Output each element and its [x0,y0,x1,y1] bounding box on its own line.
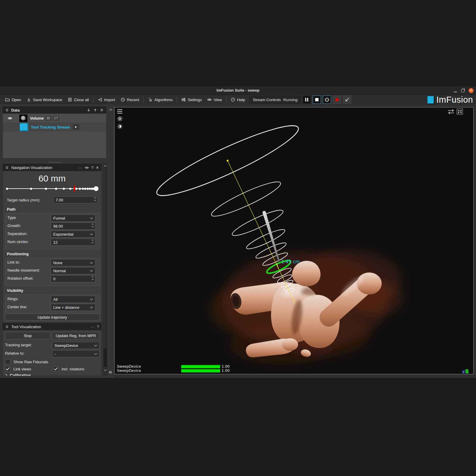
scrollbar-thumb[interactable] [104,348,107,367]
num-circles-spinbox[interactable]: 12 [51,239,95,246]
help-icon: ? [231,97,235,102]
algorithms-button[interactable]: Algorithms [145,96,175,104]
spinner-arrows[interactable] [91,276,94,280]
visibility-eye-icon[interactable] [7,116,12,121]
toolbar-separator [177,96,177,103]
swap-views-icon[interactable] [447,109,455,115]
center-line-dropdown[interactable]: Line + distance [51,304,95,311]
open-button[interactable]: Open [2,96,24,104]
toolbar-separator [93,96,93,103]
record-button[interactable] [333,95,341,104]
stream-controls: Stream Controls Running [250,96,301,104]
eye-icon [207,97,212,102]
pause-button[interactable] [303,95,311,104]
calibration-section-header[interactable]: Calibration [5,373,31,376]
tool-visualization-panel: Tool Visualization ··· ? Stop Update Reg… [2,323,102,376]
link-to-dropdown[interactable]: None [51,259,95,266]
update-trajectory-button[interactable]: Update trajectory [5,314,100,321]
relative-to-label: Relative to: [5,351,24,356]
center-line-label: Center line: [7,305,27,309]
panel-help-icon[interactable]: ? [91,166,93,170]
stop-button[interactable]: Stop [5,332,50,339]
dock-scrollbar[interactable] [103,164,107,375]
view-button[interactable]: View [204,96,225,104]
update-reg-button[interactable]: Update Reg. from MPR [52,332,100,339]
needle-movement-dropdown[interactable]: Normal [51,267,95,274]
viewport-menu-icon[interactable] [117,109,123,114]
nav-panel-header[interactable]: Navigation Visualization ··· ? ✕ [3,164,101,171]
chevron-down-icon [94,353,97,355]
import-icon [98,97,102,102]
distance-slider[interactable] [3,185,102,192]
screen: ImFusion Suite - sweep ✕ Open Save Works… [0,0,476,476]
target-radius-row: Target radius (mm): [7,196,40,204]
move-down-icon[interactable] [87,108,91,112]
stream-progress-bar [181,365,220,369]
growth-spinbox[interactable]: 98.00 [51,223,95,230]
data-item-volume[interactable]: Volume 3D CT [3,114,106,123]
save-workspace-button[interactable]: Save Workspace [24,96,65,104]
power-button[interactable] [323,95,331,104]
spinner-arrows[interactable] [91,223,94,227]
collapse-dock-button[interactable]: « [109,369,112,375]
tool-panel-header[interactable]: Tool Visualization ··· ? [3,323,101,330]
viewport-3d[interactable]: 1.45 cm SweepDevice 1.00 SweepDevice [114,107,474,374]
recent-button[interactable]: Recent [118,96,142,104]
resize-button[interactable] [343,95,351,104]
play-button[interactable] [72,124,79,130]
fullscreen-button[interactable] [457,109,463,115]
panel-close-icon[interactable]: ✕ [96,166,99,170]
link-views-checkbox[interactable] [5,366,10,372]
show-raw-fiducials-checkbox[interactable] [5,359,10,364]
data-panel-header[interactable]: Data [3,107,106,114]
stream-thumbnail [20,123,28,131]
close-button[interactable]: ✕ [469,88,474,93]
maximize-button[interactable] [461,89,464,92]
dock-collapse-strip: « [109,107,113,375]
strip-up-icon[interactable] [109,109,112,111]
badge-ct: CT [53,116,59,120]
spinner-arrows[interactable] [91,239,94,243]
data-item-tool-tracking-stream[interactable]: Tool Tracking Stream [3,123,106,131]
brightness-contrast-icon[interactable] [117,123,123,130]
import-button[interactable]: Import [95,96,118,104]
help-button[interactable]: ? Help [228,96,248,104]
panel-help-icon[interactable]: ? [97,325,99,329]
rings-dropdown[interactable]: All [51,296,95,303]
collapse-chevrons-icon [5,325,9,329]
incl-rotations-checkbox[interactable] [53,366,59,372]
scroll-up-icon[interactable] [104,165,107,167]
panel-eye-icon[interactable] [84,165,89,170]
funnel-ring [245,227,286,252]
spinner-arrows[interactable] [94,197,96,201]
panel-menu-icon[interactable]: ··· [78,166,82,170]
stop-stream-button[interactable] [313,95,321,104]
target-radius-spinbox[interactable]: 7.00 [53,196,98,203]
chevron-down-icon [90,217,93,219]
slider-dot [69,188,71,190]
slider-dot [55,188,57,190]
slider-dot [6,188,8,190]
close-all-button[interactable]: Close all [65,96,92,104]
gear-icon[interactable] [100,108,104,112]
settings-button[interactable]: Settings [178,96,204,104]
data-panel-title: Data [11,108,20,112]
viewport-settings-icon[interactable] [117,116,123,122]
slider-current-marker[interactable] [74,186,75,192]
scroll-down-icon[interactable] [104,369,107,371]
path-section-title: Path [7,207,15,212]
rotation-offset-spinbox[interactable]: 0 [51,275,95,282]
relative-to-dropdown[interactable]: - [52,350,100,357]
slider-dot [75,188,77,190]
minimize-button[interactable] [454,92,457,92]
slider-end-handle[interactable] [94,186,98,191]
tracked-needle [263,211,280,262]
panel-menu-icon[interactable]: ··· [91,325,95,329]
save-icon [26,97,31,102]
tracking-target-dropdown[interactable]: SweepDevice [52,342,100,349]
move-up-icon[interactable] [93,108,97,112]
svg-text:?: ? [232,98,234,101]
tracking-target-label: Tracking target: [5,343,32,347]
type-dropdown[interactable]: Funnel [51,214,95,222]
separation-dropdown[interactable]: Exponential [51,231,95,238]
